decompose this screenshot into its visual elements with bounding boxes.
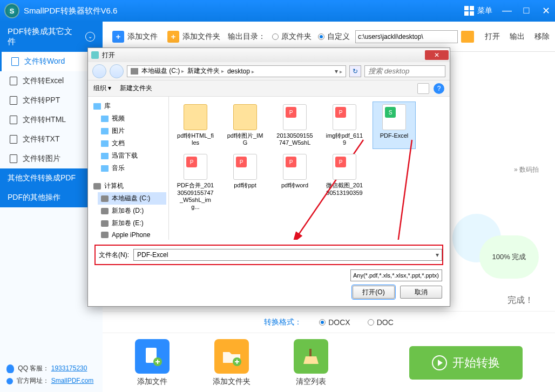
doc-icon	[11, 57, 19, 66]
window-controls: — □ ✕	[502, 5, 551, 17]
file-open-dialog: 打开 ✕ 本地磁盘 (C:) 新建文件夹 desktop ▾ ↻ 组织 ▾ 新建…	[87, 48, 450, 307]
crumb-1[interactable]: 新建文件夹	[187, 66, 224, 76]
file-icon: P	[333, 104, 356, 130]
search-input[interactable]	[364, 65, 445, 77]
tree-item[interactable]: 音乐	[98, 162, 166, 174]
category-tag: » 数码拍	[514, 165, 539, 174]
close-button[interactable]: ✕	[541, 5, 551, 17]
file-item[interactable]: SPDF-Excel	[373, 102, 415, 148]
add-folder-label: 添加文件夹	[182, 32, 220, 42]
radio-doc[interactable]: DOC	[368, 318, 394, 327]
open-action[interactable]: 打开	[485, 32, 500, 42]
plus-file-icon: +	[112, 31, 124, 43]
folder-tree[interactable]: 库 视频图片文档迅雷下载音乐 计算机 本地磁盘 (C:)新加卷 (D:)新加卷 …	[88, 97, 169, 240]
big-add-folder-button[interactable]: 添加文件夹	[213, 339, 251, 387]
cancel-button[interactable]: 取消	[400, 286, 442, 299]
tree-item[interactable]: 文档	[98, 137, 166, 150]
menu-grid-icon	[464, 6, 474, 16]
file-item[interactable]: Pimg转pdf_6119	[323, 102, 366, 148]
new-folder-button[interactable]: 新建文件夹	[120, 84, 152, 93]
start-convert-button[interactable]: 开始转换	[409, 346, 523, 380]
folder-icon	[233, 104, 257, 130]
doc-icon	[10, 116, 17, 124]
app-title: SmallPDF转换器软件V6.6	[24, 6, 117, 16]
dialog-nav: 本地磁盘 (C:) 新建文件夹 desktop ▾ ↻	[88, 62, 450, 80]
add-folder-button[interactable]: + 添加文件夹	[167, 31, 220, 43]
file-plus-icon	[135, 339, 170, 374]
plus-folder-icon: +	[167, 31, 179, 43]
qq-number-link[interactable]: 1933175230	[51, 364, 87, 372]
add-file-label: 添加文件	[127, 32, 158, 42]
dialog-footer: 文件名(N): ▾ 打开(O) 取消	[88, 240, 450, 306]
file-item[interactable]: PPDF合并_20130509155747_W5shL_img...	[174, 152, 216, 213]
radio-docx[interactable]: DOCX	[319, 318, 350, 327]
folder-icon	[184, 104, 207, 130]
dialog-close-button[interactable]: ✕	[425, 50, 449, 60]
view-mode-button[interactable]	[417, 83, 429, 94]
breadcrumb[interactable]: 本地磁盘 (C:) 新建文件夹 desktop ▾	[127, 65, 346, 77]
tree-drive[interactable]: 新加卷 (D:)	[98, 205, 166, 217]
output-action[interactable]: 输出	[510, 32, 525, 42]
file-item[interactable]: P微信截图_20190513190359	[323, 152, 366, 213]
official-site-link[interactable]: SmallPDF.com	[51, 377, 94, 384]
drive-icon	[131, 68, 138, 75]
radio-source-folder[interactable]: 原文件夹	[272, 32, 312, 42]
radio-custom-folder[interactable]: 自定义	[318, 32, 350, 42]
file-grid[interactable]: pdf转HTML_filespdf转图片_IMGP20130509155747_…	[169, 97, 450, 240]
filename-input[interactable]	[133, 249, 442, 261]
help-button[interactable]: ?	[434, 83, 444, 94]
folder-plus-icon	[214, 339, 249, 374]
browse-folder-button[interactable]	[461, 31, 474, 43]
big-clear-button[interactable]: 清空列表	[294, 339, 328, 387]
filetype-select[interactable]	[350, 269, 442, 281]
crumb-2[interactable]: desktop	[227, 67, 254, 75]
qq-icon	[6, 364, 14, 373]
tree-drive[interactable]: 本地磁盘 (C:)	[98, 192, 166, 205]
file-item[interactable]: P20130509155747_W5shL	[274, 102, 316, 148]
progress-graphic: 100% 完成	[452, 203, 544, 295]
file-icon: P	[333, 154, 356, 180]
remove-action[interactable]: 移除	[534, 32, 550, 42]
dialog-titlebar: 打开 ✕	[88, 48, 450, 62]
big-add-file-button[interactable]: 添加文件	[135, 339, 170, 387]
tree-computer[interactable]: 计算机	[90, 180, 166, 192]
doc-icon	[10, 96, 17, 105]
file-item[interactable]: pdf转HTML_files	[174, 102, 216, 148]
file-item[interactable]: Ppdf转ppt	[224, 152, 266, 213]
broom-icon	[294, 339, 328, 374]
dialog-icon	[91, 51, 99, 59]
tree-drive[interactable]: Apple iPhone	[98, 229, 166, 240]
tree-library[interactable]: 库	[90, 100, 166, 112]
doc-icon	[10, 77, 17, 85]
filename-row: 文件名(N): ▾	[96, 246, 442, 264]
titlebar: S SmallPDF转换器软件V6.6 菜单 — □ ✕	[0, 0, 555, 22]
maximize-button[interactable]: □	[522, 5, 531, 17]
play-icon	[432, 355, 447, 370]
app-logo-icon: S	[4, 3, 19, 18]
bottom-bar: 添加文件 添加文件夹 清空列表 开始转换	[103, 333, 555, 392]
filename-label: 文件名(N):	[99, 251, 129, 260]
file-icon: P	[283, 154, 307, 180]
open-button[interactable]: 打开(O)	[353, 286, 395, 299]
file-item[interactable]: pdf转图片_IMG	[224, 102, 266, 148]
sidebar-header-label: PDF转换成其它文件	[8, 26, 80, 47]
add-file-button[interactable]: + 添加文件	[112, 31, 158, 43]
menu-button[interactable]: 菜单	[464, 6, 492, 16]
file-icon: S	[382, 104, 406, 130]
svg-rect-3	[309, 349, 312, 356]
minimize-button[interactable]: —	[502, 5, 512, 17]
format-label: 转换格式：	[264, 317, 302, 327]
tree-item[interactable]: 视频	[98, 112, 166, 125]
tree-item[interactable]: 迅雷下载	[98, 150, 166, 162]
format-bar: 转换格式： DOCX DOC	[103, 311, 555, 333]
refresh-button[interactable]: ↻	[349, 65, 361, 77]
organize-menu[interactable]: 组织 ▾	[93, 84, 111, 93]
tree-drive[interactable]: 新加卷 (E:)	[98, 217, 166, 229]
site-label: 官方网址：	[17, 377, 49, 384]
nav-back-button[interactable]	[92, 64, 106, 78]
output-path-input[interactable]	[355, 30, 458, 43]
file-item[interactable]: Ppdf转word	[274, 152, 316, 213]
nav-fwd-button[interactable]	[110, 64, 124, 78]
crumb-0[interactable]: 本地磁盘 (C:)	[141, 66, 184, 76]
tree-item[interactable]: 图片	[98, 125, 166, 137]
